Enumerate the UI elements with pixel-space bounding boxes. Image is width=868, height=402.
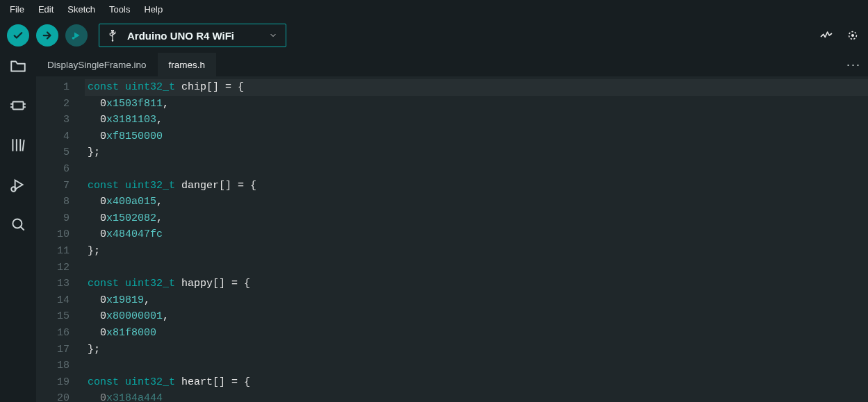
library-icon — [9, 136, 27, 154]
svg-point-3 — [851, 34, 853, 36]
menubar: File Edit Sketch Tools Help — [0, 0, 868, 18]
board-icon — [9, 97, 27, 115]
line-number: 1 — [36, 79, 69, 96]
code-line[interactable]: 0x1502082, — [85, 210, 868, 227]
line-number: 11 — [36, 243, 69, 260]
menu-edit[interactable]: Edit — [31, 2, 60, 17]
line-number: 9 — [36, 210, 69, 227]
line-number: 12 — [36, 260, 69, 276]
code-line[interactable] — [85, 161, 868, 178]
code-line[interactable]: 0x81f8000 — [85, 325, 868, 342]
board-selector[interactable]: Arduino UNO R4 WiFi — [99, 24, 286, 47]
line-number-gutter: 1234567891011121314151617181920 — [36, 76, 85, 402]
line-number: 2 — [36, 96, 69, 112]
chevron-down-icon — [269, 31, 277, 40]
sidebar-debug[interactable] — [9, 176, 27, 196]
arrow-right-icon — [41, 29, 54, 42]
svg-point-6 — [13, 219, 22, 228]
check-icon — [12, 29, 24, 42]
code-line[interactable]: const uint32_t danger[] = { — [85, 178, 868, 194]
menu-file[interactable]: File — [3, 2, 31, 17]
code-line[interactable]: 0x3184a444 — [85, 390, 868, 402]
sidebar-search[interactable] — [9, 215, 27, 235]
toolbar: Arduino UNO R4 WiFi — [0, 18, 868, 53]
tabs-more-button[interactable]: ··· — [846, 53, 861, 76]
line-number: 20 — [36, 390, 69, 402]
code-line[interactable]: 0x80000001, — [85, 308, 868, 325]
editor-tabs: DisplaySingleFrame.ino frames.h ··· — [36, 53, 868, 76]
code-line[interactable]: const uint32_t happy[] = { — [85, 276, 868, 292]
line-number: 17 — [36, 342, 69, 358]
sidebar-library-manager[interactable] — [9, 136, 27, 156]
line-number: 14 — [36, 292, 69, 309]
code-line[interactable]: }; — [85, 243, 868, 260]
folder-icon — [9, 57, 27, 75]
verify-button[interactable] — [7, 24, 29, 47]
line-number: 13 — [36, 276, 69, 292]
toolbar-right — [819, 18, 860, 53]
menu-help[interactable]: Help — [137, 2, 170, 17]
menu-tools[interactable]: Tools — [102, 2, 137, 17]
menu-sketch[interactable]: Sketch — [60, 2, 102, 17]
code-line[interactable]: const uint32_t chip[] = { — [85, 79, 868, 96]
code-line[interactable] — [85, 260, 868, 276]
tab-frames-h[interactable]: frames.h — [158, 53, 217, 76]
debug-play-icon — [70, 29, 83, 42]
line-number: 18 — [36, 358, 69, 374]
main-area: DisplaySingleFrame.ino frames.h ··· 1234… — [0, 53, 868, 402]
serial-plotter-icon[interactable] — [819, 28, 833, 42]
code-line[interactable]: 0x19819, — [85, 292, 868, 309]
line-number: 7 — [36, 178, 69, 194]
line-number: 6 — [36, 161, 69, 178]
line-number: 19 — [36, 374, 69, 391]
line-number: 10 — [36, 226, 69, 243]
line-number: 8 — [36, 194, 69, 210]
usb-icon — [106, 29, 119, 42]
code-area[interactable]: 1234567891011121314151617181920 const ui… — [36, 76, 868, 402]
activity-bar — [0, 53, 36, 402]
line-number: 3 — [36, 112, 69, 128]
line-number: 4 — [36, 128, 69, 145]
svg-point-1 — [112, 40, 113, 41]
code-line[interactable]: }; — [85, 342, 868, 358]
code-line[interactable]: 0xf8150000 — [85, 128, 868, 145]
line-number: 15 — [36, 308, 69, 325]
sidebar-boards-manager[interactable] — [9, 97, 27, 117]
code-line[interactable]: const uint32_t heart[] = { — [85, 374, 868, 391]
code-line[interactable]: 0x484047fc — [85, 226, 868, 243]
tab-display-single-frame[interactable]: DisplaySingleFrame.ino — [36, 53, 158, 76]
debug-button[interactable] — [65, 24, 88, 47]
line-number: 16 — [36, 325, 69, 342]
code-content[interactable]: const uint32_t chip[] = { 0x1503f811, 0x… — [85, 76, 868, 402]
svg-rect-4 — [13, 102, 23, 110]
debug-icon — [9, 176, 27, 194]
line-number: 5 — [36, 144, 69, 161]
code-line[interactable]: 0x1503f811, — [85, 96, 868, 112]
editor-pane: DisplaySingleFrame.ino frames.h ··· 1234… — [36, 53, 868, 402]
serial-monitor-icon[interactable] — [846, 28, 860, 42]
board-label: Arduino UNO R4 WiFi — [127, 30, 234, 42]
code-line[interactable]: 0x3181103, — [85, 112, 868, 128]
code-line[interactable] — [85, 358, 868, 374]
upload-button[interactable] — [36, 24, 58, 47]
sidebar-explorer[interactable] — [9, 57, 27, 77]
code-line[interactable]: 0x400a015, — [85, 194, 868, 210]
search-icon — [9, 215, 27, 233]
svg-point-0 — [72, 37, 75, 40]
code-line[interactable]: }; — [85, 144, 868, 161]
